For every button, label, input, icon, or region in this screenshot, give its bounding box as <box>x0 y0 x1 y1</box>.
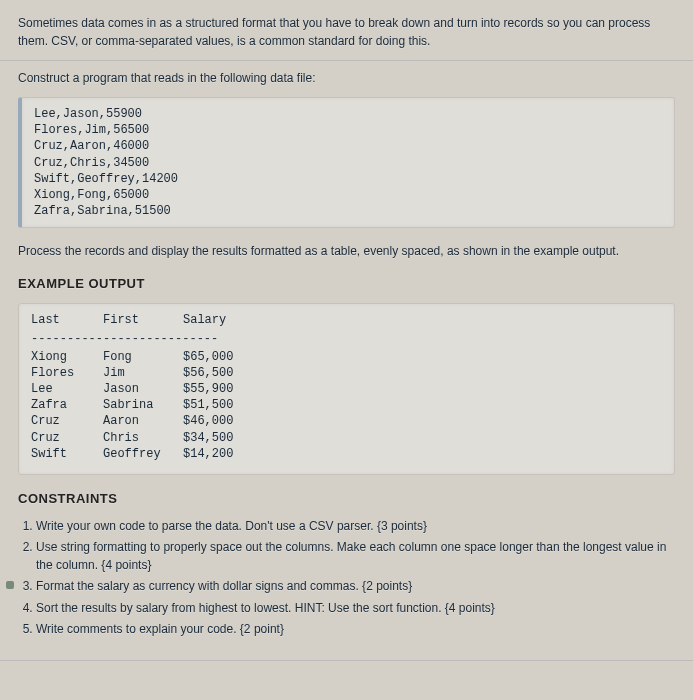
constraint-item: Use string formatting to properly space … <box>36 539 675 574</box>
table-row: ZafraSabrina$51,500 <box>31 397 662 413</box>
cell-first: Fong <box>103 349 183 365</box>
cell-salary: $34,500 <box>183 430 233 446</box>
constraint-item: Format the salary as currency with dolla… <box>36 578 675 595</box>
cell-salary: $56,500 <box>183 365 233 381</box>
cell-last: Swift <box>31 446 103 462</box>
constraints-heading: CONSTRAINTS <box>18 491 675 506</box>
cell-salary: $46,000 <box>183 413 233 429</box>
process-text: Process the records and display the resu… <box>18 242 675 260</box>
cell-last: Zafra <box>31 397 103 413</box>
cell-first: Sabrina <box>103 397 183 413</box>
table-row: FloresJim$56,500 <box>31 365 662 381</box>
cell-first: Geoffrey <box>103 446 183 462</box>
cell-first: Chris <box>103 430 183 446</box>
table-divider: -------------------------- <box>31 331 662 347</box>
cell-salary: $65,000 <box>183 349 233 365</box>
table-row: CruzChris$34,500 <box>31 430 662 446</box>
cell-last: Cruz <box>31 413 103 429</box>
cell-first: Jason <box>103 381 183 397</box>
cell-last: Flores <box>31 365 103 381</box>
cell-last: Xiong <box>31 349 103 365</box>
data-file-block: Lee,Jason,55900 Flores,Jim,56500 Cruz,Aa… <box>18 97 675 228</box>
table-row: SwiftGeoffrey$14,200 <box>31 446 662 462</box>
example-output-block: LastFirstSalary ------------------------… <box>18 303 675 475</box>
table-row: XiongFong$65,000 <box>31 349 662 365</box>
constraints-block: Write your own code to parse the data. D… <box>18 518 675 638</box>
constraint-item: Write your own code to parse the data. D… <box>36 518 675 535</box>
header-salary: Salary <box>183 312 226 328</box>
table-row: CruzAaron$46,000 <box>31 413 662 429</box>
cell-first: Jim <box>103 365 183 381</box>
divider <box>0 60 693 61</box>
assignment-sheet: Sometimes data comes in as a structured … <box>0 0 693 661</box>
table-header-row: LastFirstSalary <box>31 312 662 328</box>
cell-salary: $55,900 <box>183 381 233 397</box>
cell-salary: $51,500 <box>183 397 233 413</box>
constraint-item: Sort the results by salary from highest … <box>36 600 675 617</box>
cell-first: Aaron <box>103 413 183 429</box>
prompt-text: Construct a program that reads in the fo… <box>18 71 675 85</box>
constraints-list: Write your own code to parse the data. D… <box>18 518 675 638</box>
table-row: LeeJason$55,900 <box>31 381 662 397</box>
cell-salary: $14,200 <box>183 446 233 462</box>
cell-last: Cruz <box>31 430 103 446</box>
cell-last: Lee <box>31 381 103 397</box>
example-output-heading: EXAMPLE OUTPUT <box>18 276 675 291</box>
header-last: Last <box>31 312 103 328</box>
header-first: First <box>103 312 183 328</box>
table-body: XiongFong$65,000FloresJim$56,500LeeJason… <box>31 349 662 462</box>
constraint-item: Write comments to explain your code. {2 … <box>36 621 675 638</box>
intro-paragraph: Sometimes data comes in as a structured … <box>18 14 675 50</box>
